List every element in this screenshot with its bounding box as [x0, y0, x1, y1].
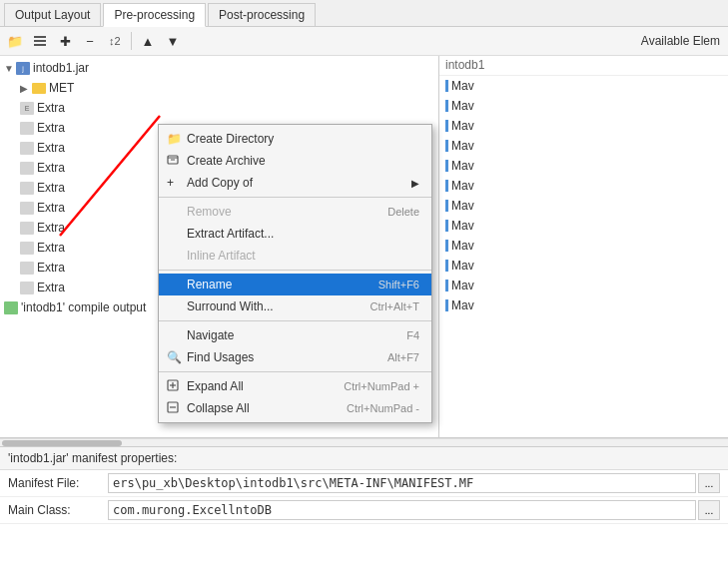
menu-item-find-usages[interactable]: 🔍 Find Usages Alt+F7: [159, 346, 431, 368]
right-item-1[interactable]: Mav: [439, 76, 728, 96]
tabs-bar: Output Layout Pre-processing Post-proces…: [0, 0, 728, 27]
menu-separator-4: [159, 371, 431, 372]
expand-arrow-met[interactable]: ▶: [20, 83, 30, 93]
context-menu: 📁 Create Directory Create Archive + Add …: [158, 124, 432, 423]
right-item-label-8: Mav: [451, 219, 474, 233]
folder-toolbar-btn[interactable]: 📁: [4, 30, 26, 52]
tree-item-label-extra-1: Extra: [37, 101, 65, 115]
menu-separator-1: [159, 197, 431, 198]
right-item-label-11: Mav: [451, 279, 474, 292]
create-directory-icon: 📁: [167, 132, 182, 146]
tab-preprocessing[interactable]: Pre-processing: [103, 3, 206, 27]
right-item-label-12: Mav: [451, 298, 474, 312]
list-toolbar-btn[interactable]: [29, 30, 51, 52]
menu-item-shortcut-collapse-all: Ctrl+NumPad -: [347, 402, 419, 414]
bar-icon-5: [445, 160, 448, 172]
bar-icon-6: [445, 180, 448, 192]
manifest-file-browse-btn[interactable]: ...: [698, 473, 720, 493]
tree-root-item[interactable]: ▼ j intodb1.jar: [0, 58, 438, 78]
svg-rect-0: [34, 36, 46, 38]
scrollbar-area[interactable]: [0, 438, 728, 446]
toolbar-separator: [131, 32, 132, 50]
right-tree-container: Mav Mav Mav Mav Mav: [439, 76, 728, 315]
bar-icon-11: [445, 280, 448, 291]
right-item-label-10: Mav: [451, 259, 474, 273]
right-item-label-6: Mav: [451, 179, 474, 193]
tree-item-label-extra-3: Extra: [37, 141, 65, 155]
menu-item-create-directory[interactable]: 📁 Create Directory: [159, 128, 431, 150]
menu-item-label-extract-artifact: Extract Artifact...: [187, 227, 274, 241]
tree-item-extra-1[interactable]: E Extra: [0, 98, 438, 118]
menu-item-rename[interactable]: Rename Shift+F6: [159, 274, 431, 295]
bar-icon-1: [445, 80, 448, 92]
svg-text:↕2: ↕2: [109, 35, 121, 47]
expand-arrow-root[interactable]: ▼: [4, 63, 14, 73]
tab-postprocessing[interactable]: Post-processing: [208, 3, 316, 26]
right-item-9[interactable]: Mav: [439, 236, 728, 256]
right-item-label-4: Mav: [451, 139, 474, 153]
menu-item-remove: Remove Delete: [159, 201, 431, 223]
tree-item-met[interactable]: ▶ MET: [0, 78, 438, 98]
menu-item-shortcut-rename: Shift+F6: [378, 279, 419, 290]
menu-item-label-find-usages: Find Usages: [187, 350, 254, 364]
extract-icon-4: [20, 162, 34, 175]
collapse-all-icon: [167, 401, 179, 416]
right-item-3[interactable]: Mav: [439, 116, 728, 136]
tab-output-layout[interactable]: Output Layout: [4, 3, 101, 26]
remove-toolbar-btn[interactable]: −: [79, 30, 101, 52]
bar-icon-8: [445, 220, 448, 232]
menu-item-extract-artifact[interactable]: Extract Artifact...: [159, 223, 431, 245]
bar-icon-7: [445, 200, 448, 212]
toolbar: 📁 ✚ − ↕2 ▲ ▼ Available Elem: [0, 27, 728, 56]
extract-icon-6: [20, 202, 34, 215]
menu-item-label-inline-artifact: Inline Artifact: [187, 249, 256, 263]
menu-item-add-copy[interactable]: + Add Copy of ▶: [159, 172, 431, 194]
sort-toolbar-btn[interactable]: ↕2: [104, 30, 126, 52]
tree-root-label: intodb1.jar: [33, 61, 89, 75]
right-item-4[interactable]: Mav: [439, 136, 728, 156]
manifest-file-input[interactable]: [108, 473, 696, 493]
manifest-file-label: Manifest File:: [8, 476, 108, 490]
tree-item-label-compile: 'intodb1' compile output: [21, 300, 146, 314]
right-item-10[interactable]: Mav: [439, 256, 728, 276]
right-item-label-1: Mav: [451, 79, 474, 93]
right-item-8[interactable]: Mav: [439, 216, 728, 236]
folder-icon-met: [32, 83, 46, 94]
right-item-label-5: Mav: [451, 159, 474, 173]
svg-rect-1: [34, 40, 46, 42]
tree-item-label-extra-5: Extra: [37, 181, 65, 195]
right-item-11[interactable]: Mav: [439, 276, 728, 295]
manifest-row-file: Manifest File: ...: [0, 470, 728, 497]
menu-item-navigate[interactable]: Navigate F4: [159, 324, 431, 346]
extract-icon-10: [20, 282, 34, 294]
menu-item-surround-with[interactable]: Surround With... Ctrl+Alt+T: [159, 295, 431, 317]
right-item-5[interactable]: Mav: [439, 156, 728, 176]
tree-item-label-extra-7: Extra: [37, 221, 65, 235]
manifest-main-class-label: Main Class:: [8, 503, 108, 517]
right-item-2[interactable]: Mav: [439, 96, 728, 116]
down-toolbar-btn[interactable]: ▼: [162, 30, 184, 52]
extract-icon-5: [20, 182, 34, 195]
add-toolbar-btn[interactable]: ✚: [54, 30, 76, 52]
right-item-12[interactable]: Mav: [439, 295, 728, 315]
up-toolbar-btn[interactable]: ▲: [137, 30, 159, 52]
right-item-6[interactable]: Mav: [439, 176, 728, 196]
menu-item-expand-all[interactable]: Expand All Ctrl+NumPad +: [159, 375, 431, 397]
menu-item-inline-artifact: Inline Artifact: [159, 245, 431, 267]
bar-icon-3: [445, 120, 448, 132]
menu-item-label-surround-with: Surround With...: [187, 299, 274, 313]
right-item-7[interactable]: Mav: [439, 196, 728, 216]
menu-item-shortcut-surround: Ctrl+Alt+T: [369, 300, 419, 312]
bar-icon-12: [445, 299, 448, 311]
menu-item-label-collapse-all: Collapse All: [187, 401, 250, 415]
compile-icon: [4, 301, 18, 314]
scrollbar-thumb[interactable]: [2, 440, 122, 446]
menu-item-collapse-all[interactable]: Collapse All Ctrl+NumPad -: [159, 397, 431, 419]
manifest-main-class-browse-btn[interactable]: ...: [698, 500, 720, 520]
right-item-label-7: Mav: [451, 199, 474, 213]
manifest-main-class-input[interactable]: [108, 500, 696, 520]
tree-item-label-extra-6: Extra: [37, 201, 65, 215]
extract-icon-2: [20, 122, 34, 135]
menu-item-create-archive[interactable]: Create Archive: [159, 150, 431, 172]
extract-icon-8: [20, 242, 34, 255]
